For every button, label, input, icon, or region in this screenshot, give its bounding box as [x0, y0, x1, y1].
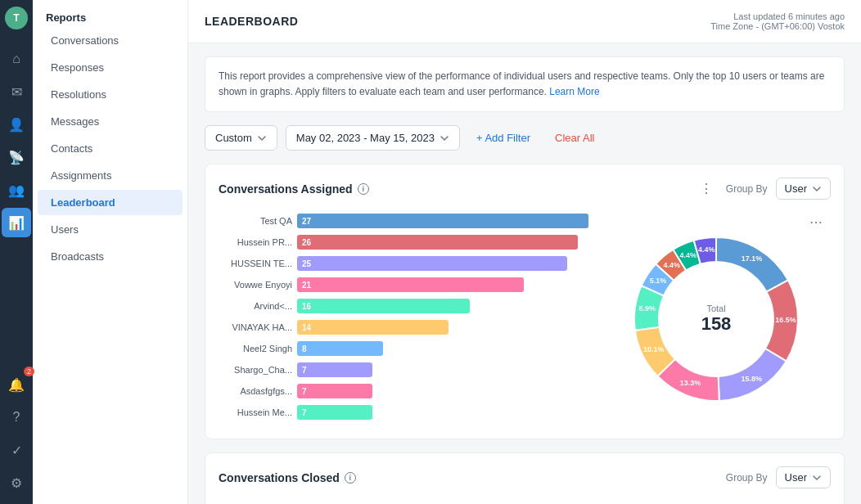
more-options-icon[interactable]: ⋮ [695, 181, 718, 197]
bar-fill: 14 [297, 320, 449, 335]
bar-row: HUSSEIN TE... 25 [219, 255, 588, 272]
date-range-type-value: Custom [215, 132, 252, 144]
bar-label: Test QA [219, 216, 292, 226]
conversations-assigned-header: Conversations Assigned i ⋮ Group By User [219, 178, 831, 200]
bar-track: 26 [297, 234, 588, 250]
sidebar-item-resolutions[interactable]: Resolutions [38, 82, 183, 107]
bar-track: 7 [297, 362, 588, 378]
bar-track: 16 [297, 298, 588, 314]
bar-row: Shargo_Cha... 7 [219, 362, 588, 378]
bar-fill: 8 [297, 341, 383, 356]
header-meta: Last updated 6 minutes ago Time Zone - (… [710, 11, 845, 31]
bar-track: 21 [297, 277, 588, 293]
bar-fill: 25 [297, 256, 567, 271]
chevron-down-icon-3 [812, 184, 822, 194]
avatar[interactable]: T [5, 7, 28, 29]
bar-row: Test QA 27 [219, 213, 588, 229]
inbox-icon[interactable]: ✉ [2, 77, 31, 106]
date-range-type-select[interactable]: Custom [205, 125, 277, 151]
bar-track: 27 [297, 213, 588, 229]
contact-icon[interactable]: 👤 [2, 110, 31, 139]
broadcast-icon[interactable]: 📡 [2, 142, 31, 172]
donut-label: 17.1% [742, 255, 763, 263]
donut-label: 4.4% [698, 246, 715, 254]
sidebar-item-broadcasts[interactable]: Broadcasts [38, 244, 183, 269]
sidebar-item-users[interactable]: Users [38, 217, 183, 242]
team-icon[interactable]: 👥 [2, 175, 31, 205]
bar-label: Neel2 Singh [219, 344, 292, 353]
help-icon[interactable]: ? [2, 403, 31, 432]
chevron-down-icon [257, 133, 267, 143]
group-by-select[interactable]: User [776, 178, 831, 200]
bar-fill: 7 [297, 384, 372, 398]
add-filter-button[interactable]: + Add Filter [468, 126, 539, 150]
sidebar-item-leaderboard[interactable]: Leaderboard [38, 190, 183, 215]
info-icon-closed[interactable]: i [345, 472, 356, 484]
description-bar: This report provides a comprehensive vie… [205, 56, 845, 112]
bar-fill: 7 [297, 362, 372, 377]
last-updated: Last updated 6 minutes ago [710, 11, 845, 21]
home-icon[interactable]: ⌂ [2, 44, 31, 74]
donut-label: 16.5% [775, 317, 796, 325]
bar-row: Neel2 Singh 8 [219, 340, 588, 357]
group-by-value-closed: User [785, 471, 807, 484]
conversations-closed-header: Conversations Closed i Group By User [219, 466, 831, 488]
bar-label: Asdasfgfgs... [219, 386, 292, 396]
donut-more-options-icon[interactable]: ⋯ [805, 214, 827, 231]
filter-bar: Custom May 02, 2023 - May 15, 2023 + Add… [205, 125, 845, 151]
bar-row: Hussein Me... 7 [219, 404, 588, 421]
sidebar-item-responses[interactable]: Responses [38, 55, 183, 80]
conversations-assigned-title: Conversations Assigned i [219, 182, 369, 196]
bar-track: 14 [297, 319, 588, 335]
main-header: LEADERBOARD Last updated 6 minutes ago T… [188, 0, 861, 43]
main-body: This report provides a comprehensive vie… [188, 43, 861, 504]
bar-row: Arvind<... 16 [219, 298, 588, 314]
clear-all-button[interactable]: Clear All [547, 126, 602, 150]
donut-chart: 17.1%16.5%15.8%13.3%10.1%8.9%5.1%4.4%4.4… [602, 213, 831, 425]
card-closed-header-right: Group By User [726, 466, 831, 488]
sidebar-item-messages[interactable]: Messages [38, 109, 183, 134]
bar-label: VINAYAK HA... [219, 322, 292, 332]
bar-track: 7 [297, 383, 588, 399]
card-header-right: ⋮ Group By User [695, 178, 831, 200]
bar-label: Hussein Me... [219, 407, 292, 417]
bar-fill: 21 [297, 277, 524, 292]
bar-fill: 26 [297, 235, 578, 250]
info-icon[interactable]: i [358, 183, 369, 195]
bar-row: Asdasfgfgs... 7 [219, 383, 588, 399]
bar-label: Hussein PR... [219, 237, 292, 247]
chevron-down-icon-2 [440, 133, 449, 143]
bar-fill: 7 [297, 405, 372, 420]
group-by-label-closed: Group By [726, 472, 768, 484]
notification-badge: 2 [24, 367, 34, 376]
conversations-closed-card: Conversations Closed i Group By User [205, 452, 845, 504]
bar-label: Vowwe Enyoyi [219, 280, 292, 290]
conversations-closed-title: Conversations Closed i [219, 471, 356, 484]
bar-row: Hussein PR... 26 [219, 234, 588, 250]
donut-label: 4.4% [679, 251, 696, 259]
donut-label: 8.9% [639, 305, 656, 313]
group-by-select-closed[interactable]: User [776, 466, 831, 488]
bar-row: VINAYAK HA... 14 [219, 319, 588, 335]
settings-icon[interactable]: ⚙ [2, 468, 31, 497]
bar-track: 8 [297, 340, 588, 357]
sidebar-item-assignments[interactable]: Assignments [38, 163, 183, 188]
sidebar-item-contacts[interactable]: Contacts [38, 136, 183, 161]
notifications-icon[interactable]: 🔔 2 [2, 370, 31, 399]
donut-label: 15.8% [742, 375, 763, 383]
check-icon[interactable]: ✓ [2, 435, 31, 465]
reports-icon[interactable]: 📊 [2, 208, 31, 237]
donut-label: 4.4% [664, 261, 681, 269]
learn-more-link[interactable]: Learn More [549, 86, 599, 97]
description-text: This report provides a comprehensive vie… [219, 70, 824, 97]
donut-segment [716, 237, 788, 292]
bar-track: 7 [297, 404, 588, 421]
date-range-select[interactable]: May 02, 2023 - May 15, 2023 [286, 125, 460, 151]
sidebar-item-conversations[interactable]: Conversations [38, 28, 183, 53]
chevron-down-icon-4 [812, 473, 822, 483]
donut-label: 10.1% [643, 345, 665, 353]
group-by-value: User [785, 182, 807, 195]
bar-label: Arvind<... [219, 301, 292, 311]
bar-chart: Test QA 27 Hussein PR... 26 HUSSEIN TE..… [219, 213, 588, 425]
bar-label: Shargo_Cha... [219, 365, 292, 375]
